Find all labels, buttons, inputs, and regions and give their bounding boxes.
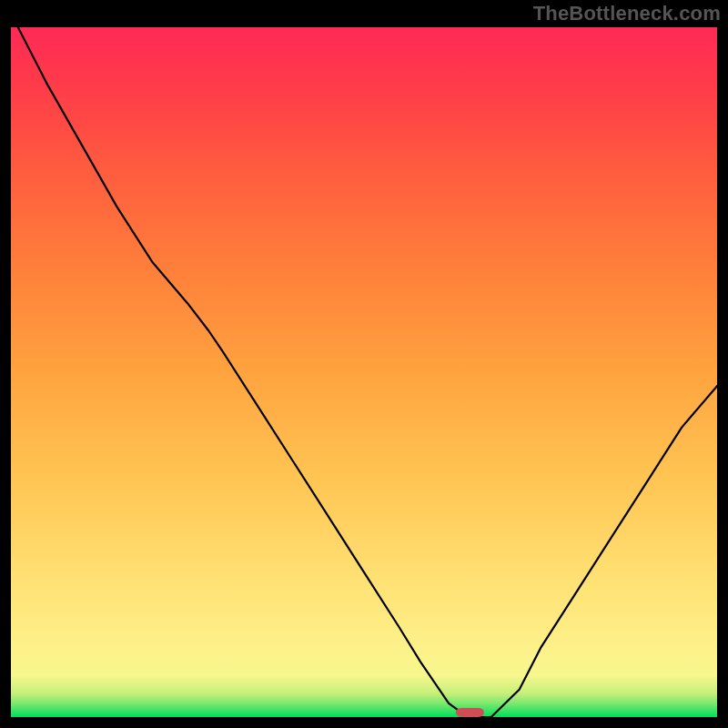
gradient-background — [11, 27, 717, 717]
chart-svg — [11, 27, 717, 717]
plot-area — [11, 27, 717, 717]
watermark-text: TheBottleneck.com — [533, 2, 721, 25]
chart-stage: TheBottleneck.com — [0, 0, 728, 728]
optimum-marker — [456, 708, 484, 717]
